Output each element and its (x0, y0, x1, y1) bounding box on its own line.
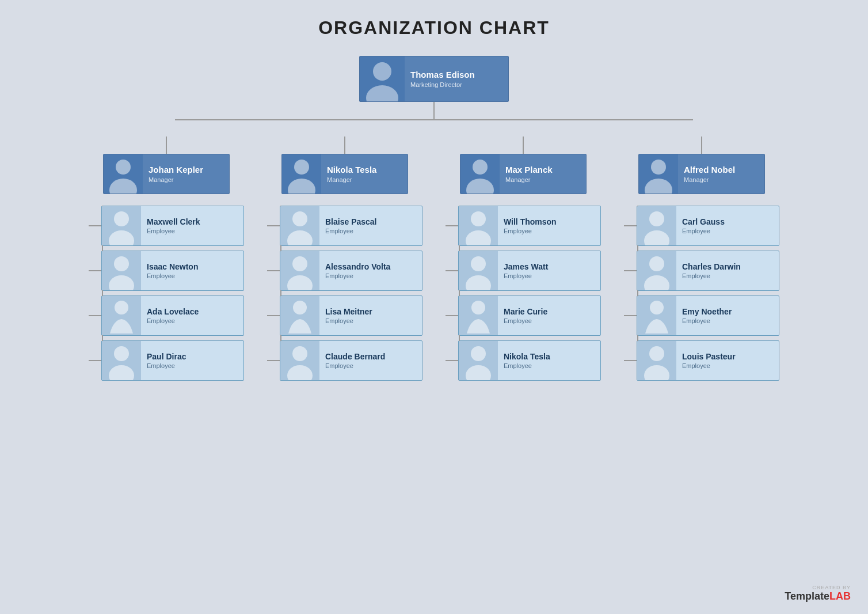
mgr-connector-top (344, 137, 345, 154)
svg-point-30 (645, 179, 672, 194)
avatar (280, 341, 319, 380)
watermark: CREATED BY TemplateLAB (785, 585, 851, 602)
avatar (102, 206, 141, 245)
node-info: James WattEmployee (498, 260, 554, 282)
svg-point-16 (287, 275, 313, 290)
emp-item: Carl GaussEmployee (624, 206, 779, 246)
node-name: Paul Dirac (147, 352, 186, 362)
emp-h-line (624, 315, 637, 316)
avatar (637, 296, 676, 335)
emp-item: Charles DarwinEmployee (624, 251, 779, 291)
emp-h-line (267, 360, 280, 361)
svg-point-8 (115, 301, 128, 314)
node-info: Max PlanckManager (500, 162, 558, 185)
employee-card: Lisa MeitnerEmployee (280, 295, 422, 336)
avatar (102, 296, 141, 335)
node-role: Employee (504, 272, 548, 279)
node-role: Employee (147, 228, 200, 234)
avatar (459, 206, 498, 245)
node-info: Marie CurieEmployee (498, 305, 553, 327)
node-name: Maxwell Clerk (147, 217, 200, 227)
employee-card: Paul DiracEmployee (101, 340, 244, 381)
svg-point-28 (466, 365, 491, 380)
avatar (459, 341, 498, 380)
mgr-connector-top (523, 137, 524, 154)
emp-h-line (446, 225, 458, 226)
emp-h-line (446, 270, 458, 271)
manager-card: Johan KeplerManager (103, 154, 230, 194)
node-role: Employee (325, 228, 377, 234)
svg-point-35 (650, 301, 664, 314)
emp-item: Marie CurieEmployee (446, 295, 601, 336)
node-name: Max Planck (505, 165, 553, 175)
avatar (280, 296, 319, 335)
node-role: Employee (504, 317, 547, 324)
avatar (104, 154, 143, 194)
emp-item: Isaac NewtonEmployee (89, 251, 244, 291)
emp-h-line (89, 360, 101, 361)
node-role: Employee (504, 362, 550, 369)
svg-point-23 (466, 230, 491, 245)
node-info: Claude BernardEmployee (319, 350, 391, 372)
node-name: Blaise Pascal (325, 217, 377, 227)
manager-branch-1: Nikola TeslaManager Blaise PascalEmploye… (267, 137, 422, 381)
svg-point-17 (293, 301, 307, 314)
node-info: Alessandro VoltaEmployee (319, 260, 396, 282)
node-role: Employee (682, 228, 725, 234)
emp-h-line (446, 360, 458, 361)
avatar (639, 154, 678, 194)
svg-point-32 (644, 230, 669, 245)
svg-point-5 (109, 230, 134, 245)
node-role: Manager (327, 176, 376, 183)
employee-card: Claude BernardEmployee (280, 340, 422, 381)
employee-card: Blaise PascalEmployee (280, 206, 422, 246)
employee-card: Ada LovelaceEmployee (101, 295, 244, 336)
node-name: Nikola Tesla (327, 165, 376, 175)
org-chart: Thomas Edison Marketing Director Johan K… (25, 56, 843, 381)
svg-point-2 (116, 160, 131, 175)
node-info: Blaise PascalEmployee (319, 215, 383, 237)
node-role: Employee (325, 317, 372, 324)
node-role: Manager (505, 176, 553, 183)
avatar (459, 251, 498, 290)
node-role: Employee (682, 272, 741, 279)
node-name: Emy Noether (682, 307, 732, 317)
svg-point-13 (292, 211, 307, 226)
employee-card: James WattEmployee (458, 251, 601, 291)
node-name: Claude Bernard (325, 352, 385, 362)
employee-card: Alessandro VoltaEmployee (280, 251, 422, 291)
employee-card: Louis PasteurEmployee (637, 340, 779, 381)
manager-card: Nikola TeslaManager (281, 154, 408, 194)
svg-point-20 (473, 160, 488, 175)
emp-h-line (89, 270, 101, 271)
emp-h-line (267, 225, 280, 226)
employee-card: Maxwell ClerkEmployee (101, 206, 244, 246)
svg-point-15 (292, 256, 307, 271)
emp-h-line (267, 315, 280, 316)
emp-h-line (624, 270, 637, 271)
employee-card: Charles DarwinEmployee (637, 251, 779, 291)
mgr-connector-top (701, 137, 702, 154)
manager-branch-2: Max PlanckManager Will ThomsonEmployee J… (446, 137, 601, 381)
svg-point-36 (649, 346, 664, 361)
emp-h-line (446, 315, 458, 316)
svg-point-37 (644, 365, 669, 380)
mgr-connector-top (166, 137, 167, 154)
svg-point-19 (287, 365, 313, 380)
node-info: Isaac NewtonEmployee (141, 260, 204, 282)
root-role: Marketing Director (410, 81, 475, 88)
svg-point-34 (644, 275, 669, 290)
svg-point-33 (649, 256, 664, 271)
emp-item: Alessandro VoltaEmployee (267, 251, 422, 291)
svg-point-25 (466, 275, 491, 290)
svg-point-31 (649, 211, 664, 226)
emp-h-line (267, 270, 280, 271)
avatar (637, 251, 676, 290)
node-role: Manager (684, 176, 735, 183)
node-role: Manager (149, 176, 203, 183)
manager-card: Max PlanckManager (460, 154, 587, 194)
manager-card: Alfred NobelManager (638, 154, 765, 194)
node-role: Employee (325, 362, 385, 369)
node-info: Carl GaussEmployee (676, 215, 730, 237)
manager-branch-3: Alfred NobelManager Carl GaussEmployee C… (624, 137, 779, 381)
